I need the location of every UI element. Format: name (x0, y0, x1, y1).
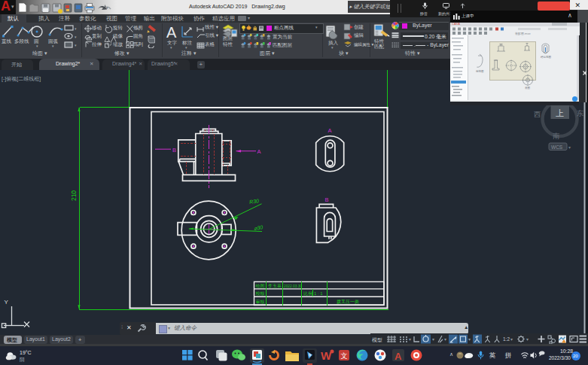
svg-text:[-]俯视[二维线框]: [-]俯视[二维线框] (2, 76, 41, 82)
svg-text:▾: ▾ (409, 337, 411, 342)
svg-text:WCS: WCS (551, 144, 563, 150)
svg-text:英: 英 (489, 351, 496, 359)
svg-text:1:2: 1:2 (503, 336, 510, 342)
svg-text:校核: 校核 (255, 291, 265, 296)
svg-text:绘图: 绘图 (256, 284, 265, 289)
svg-text:▾: ▾ (526, 337, 529, 342)
svg-text:▾: ▾ (75, 26, 77, 31)
svg-text:2022.03.30: 2022.03.30 (284, 284, 302, 288)
svg-text:▾: ▾ (468, 337, 471, 342)
svg-text:西: 西 (534, 110, 541, 118)
svg-text:▾: ▾ (75, 43, 77, 47)
svg-text:底图: 底图 (525, 87, 531, 90)
svg-text:拨叉压一类: 拨叉压一类 (337, 299, 359, 304)
svg-text:▾: ▾ (75, 35, 77, 39)
svg-text:上: 上 (556, 108, 564, 117)
svg-text:▾: ▾ (568, 145, 571, 150)
svg-text:1 : 1: 1 : 1 (314, 291, 323, 296)
svg-text:模型: 模型 (372, 337, 382, 343)
svg-text:A: A (257, 148, 261, 155)
svg-text:拼: 拼 (504, 351, 512, 359)
svg-text:李玉英: 李玉英 (267, 283, 282, 289)
svg-text:210: 210 (70, 190, 78, 201)
svg-text:侧视图: 侧视图 (476, 69, 484, 73)
svg-text:▾: ▾ (432, 337, 434, 342)
svg-text:▾: ▾ (510, 337, 513, 342)
svg-text:A: A (328, 127, 332, 134)
svg-text:B: B (172, 147, 176, 154)
svg-text:B: B (325, 196, 329, 203)
svg-text:Y: Y (5, 299, 9, 306)
svg-text:南: 南 (553, 132, 560, 140)
svg-text:东: 东 (577, 109, 584, 117)
svg-text:▾: ▾ (444, 337, 446, 342)
svg-text:审核: 审核 (256, 299, 265, 304)
svg-text:A: A (395, 351, 402, 362)
svg-text:槽轮视图: 槽轮视图 (541, 55, 552, 59)
svg-text:文: 文 (341, 352, 348, 360)
svg-text:比例: 比例 (303, 291, 312, 297)
